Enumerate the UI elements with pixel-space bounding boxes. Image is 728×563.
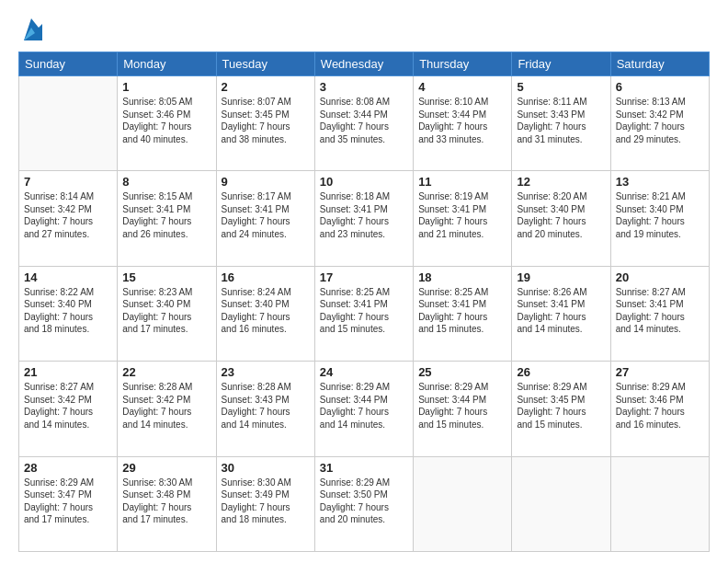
day-number: 14 [24, 270, 112, 284]
calendar-cell: 10Sunrise: 8:18 AM Sunset: 3:41 PM Dayli… [314, 171, 413, 266]
header [18, 15, 710, 42]
day-number: 31 [320, 461, 408, 475]
calendar-cell: 3Sunrise: 8:08 AM Sunset: 3:44 PM Daylig… [314, 76, 413, 171]
cell-content: Sunrise: 8:28 AM Sunset: 3:42 PM Dayligh… [122, 381, 210, 431]
day-number: 22 [122, 365, 210, 379]
calendar-cell: 18Sunrise: 8:25 AM Sunset: 3:41 PM Dayli… [414, 266, 512, 361]
calendar-cell: 31Sunrise: 8:29 AM Sunset: 3:50 PM Dayli… [314, 456, 413, 551]
day-number: 11 [418, 175, 506, 189]
cell-content: Sunrise: 8:07 AM Sunset: 3:45 PM Dayligh… [222, 96, 310, 145]
cell-content: Sunrise: 8:29 AM Sunset: 3:50 PM Dayligh… [320, 477, 408, 526]
day-number: 6 [616, 80, 704, 94]
calendar-table: SundayMondayTuesdayWednesdayThursdayFrid… [18, 52, 710, 552]
logo-icon [20, 15, 42, 42]
calendar-week-row: 21Sunrise: 8:27 AM Sunset: 3:42 PM Dayli… [19, 362, 710, 456]
calendar-cell: 12Sunrise: 8:20 AM Sunset: 3:40 PM Dayli… [512, 171, 610, 266]
cell-content: Sunrise: 8:27 AM Sunset: 3:42 PM Dayligh… [24, 381, 112, 431]
cell-content: Sunrise: 8:05 AM Sunset: 3:46 PM Dayligh… [122, 96, 210, 145]
day-number: 16 [222, 270, 310, 284]
weekday-header: Tuesday [216, 52, 314, 76]
day-number: 15 [122, 270, 210, 284]
cell-content: Sunrise: 8:23 AM Sunset: 3:40 PM Dayligh… [122, 286, 210, 336]
day-number: 1 [122, 80, 210, 94]
calendar-cell: 17Sunrise: 8:25 AM Sunset: 3:41 PM Dayli… [314, 266, 413, 361]
day-number: 17 [320, 270, 408, 284]
cell-content: Sunrise: 8:28 AM Sunset: 3:43 PM Dayligh… [222, 381, 310, 431]
cell-content: Sunrise: 8:30 AM Sunset: 3:48 PM Dayligh… [122, 477, 210, 526]
day-number: 24 [320, 365, 408, 379]
cell-content: Sunrise: 8:18 AM Sunset: 3:41 PM Dayligh… [320, 190, 408, 240]
cell-content: Sunrise: 8:10 AM Sunset: 3:44 PM Dayligh… [418, 96, 506, 145]
page: SundayMondayTuesdayWednesdayThursdayFrid… [0, 0, 728, 563]
day-number: 2 [222, 80, 310, 94]
cell-content: Sunrise: 8:24 AM Sunset: 3:40 PM Dayligh… [222, 286, 310, 336]
day-number: 5 [517, 80, 605, 94]
cell-content: Sunrise: 8:26 AM Sunset: 3:41 PM Dayligh… [517, 286, 605, 336]
calendar-cell [512, 456, 610, 551]
day-number: 7 [24, 175, 112, 189]
weekday-header: Monday [118, 52, 216, 76]
calendar-week-row: 28Sunrise: 8:29 AM Sunset: 3:47 PM Dayli… [19, 456, 710, 551]
logo [18, 15, 42, 42]
day-number: 26 [517, 365, 605, 379]
calendar-cell: 23Sunrise: 8:28 AM Sunset: 3:43 PM Dayli… [216, 362, 314, 456]
day-number: 30 [222, 461, 310, 475]
day-number: 4 [418, 80, 506, 94]
calendar-cell: 20Sunrise: 8:27 AM Sunset: 3:41 PM Dayli… [610, 266, 709, 361]
cell-content: Sunrise: 8:20 AM Sunset: 3:40 PM Dayligh… [517, 190, 605, 240]
calendar-cell: 26Sunrise: 8:29 AM Sunset: 3:45 PM Dayli… [512, 362, 610, 456]
cell-content: Sunrise: 8:29 AM Sunset: 3:44 PM Dayligh… [320, 381, 408, 431]
calendar-cell: 11Sunrise: 8:19 AM Sunset: 3:41 PM Dayli… [414, 171, 512, 266]
day-number: 3 [320, 80, 408, 94]
cell-content: Sunrise: 8:27 AM Sunset: 3:41 PM Dayligh… [616, 286, 704, 336]
calendar-cell: 25Sunrise: 8:29 AM Sunset: 3:44 PM Dayli… [414, 362, 512, 456]
calendar-cell: 30Sunrise: 8:30 AM Sunset: 3:49 PM Dayli… [216, 456, 314, 551]
cell-content: Sunrise: 8:22 AM Sunset: 3:40 PM Dayligh… [24, 286, 112, 336]
calendar-cell: 4Sunrise: 8:10 AM Sunset: 3:44 PM Daylig… [414, 76, 512, 171]
calendar-cell: 7Sunrise: 8:14 AM Sunset: 3:42 PM Daylig… [19, 171, 118, 266]
weekday-header: Sunday [19, 52, 118, 76]
day-number: 18 [418, 270, 506, 284]
cell-content: Sunrise: 8:25 AM Sunset: 3:41 PM Dayligh… [320, 286, 408, 336]
calendar-cell [610, 456, 709, 551]
calendar-cell: 21Sunrise: 8:27 AM Sunset: 3:42 PM Dayli… [19, 362, 118, 456]
day-number: 13 [616, 175, 704, 189]
calendar-cell: 24Sunrise: 8:29 AM Sunset: 3:44 PM Dayli… [314, 362, 413, 456]
calendar-cell: 27Sunrise: 8:29 AM Sunset: 3:46 PM Dayli… [610, 362, 709, 456]
cell-content: Sunrise: 8:21 AM Sunset: 3:40 PM Dayligh… [616, 190, 704, 240]
day-number: 12 [517, 175, 605, 189]
cell-content: Sunrise: 8:29 AM Sunset: 3:44 PM Dayligh… [418, 381, 506, 431]
cell-content: Sunrise: 8:19 AM Sunset: 3:41 PM Dayligh… [418, 190, 506, 240]
calendar-cell: 14Sunrise: 8:22 AM Sunset: 3:40 PM Dayli… [19, 266, 118, 361]
day-number: 29 [122, 461, 210, 475]
cell-content: Sunrise: 8:11 AM Sunset: 3:43 PM Dayligh… [517, 96, 605, 145]
calendar-cell: 2Sunrise: 8:07 AM Sunset: 3:45 PM Daylig… [216, 76, 314, 171]
cell-content: Sunrise: 8:15 AM Sunset: 3:41 PM Dayligh… [122, 190, 210, 240]
calendar-cell: 1Sunrise: 8:05 AM Sunset: 3:46 PM Daylig… [118, 76, 216, 171]
day-number: 9 [222, 175, 310, 189]
calendar-header-row: SundayMondayTuesdayWednesdayThursdayFrid… [19, 52, 710, 76]
calendar-cell: 13Sunrise: 8:21 AM Sunset: 3:40 PM Dayli… [610, 171, 709, 266]
day-number: 23 [222, 365, 310, 379]
day-number: 28 [24, 461, 112, 475]
calendar-cell: 5Sunrise: 8:11 AM Sunset: 3:43 PM Daylig… [512, 76, 610, 171]
cell-content: Sunrise: 8:25 AM Sunset: 3:41 PM Dayligh… [418, 286, 506, 336]
calendar-cell: 22Sunrise: 8:28 AM Sunset: 3:42 PM Dayli… [118, 362, 216, 456]
cell-content: Sunrise: 8:08 AM Sunset: 3:44 PM Dayligh… [320, 96, 408, 145]
cell-content: Sunrise: 8:29 AM Sunset: 3:45 PM Dayligh… [517, 381, 605, 431]
weekday-header: Friday [512, 52, 610, 76]
calendar-cell: 19Sunrise: 8:26 AM Sunset: 3:41 PM Dayli… [512, 266, 610, 361]
day-number: 27 [616, 365, 704, 379]
calendar-cell: 6Sunrise: 8:13 AM Sunset: 3:42 PM Daylig… [610, 76, 709, 171]
cell-content: Sunrise: 8:30 AM Sunset: 3:49 PM Dayligh… [222, 477, 310, 526]
weekday-header: Wednesday [314, 52, 413, 76]
calendar-cell: 29Sunrise: 8:30 AM Sunset: 3:48 PM Dayli… [118, 456, 216, 551]
cell-content: Sunrise: 8:29 AM Sunset: 3:46 PM Dayligh… [616, 381, 704, 431]
weekday-header: Thursday [414, 52, 512, 76]
calendar-cell: 28Sunrise: 8:29 AM Sunset: 3:47 PM Dayli… [19, 456, 118, 551]
day-number: 20 [616, 270, 704, 284]
day-number: 21 [24, 365, 112, 379]
day-number: 8 [122, 175, 210, 189]
calendar-cell [414, 456, 512, 551]
weekday-header: Saturday [610, 52, 709, 76]
